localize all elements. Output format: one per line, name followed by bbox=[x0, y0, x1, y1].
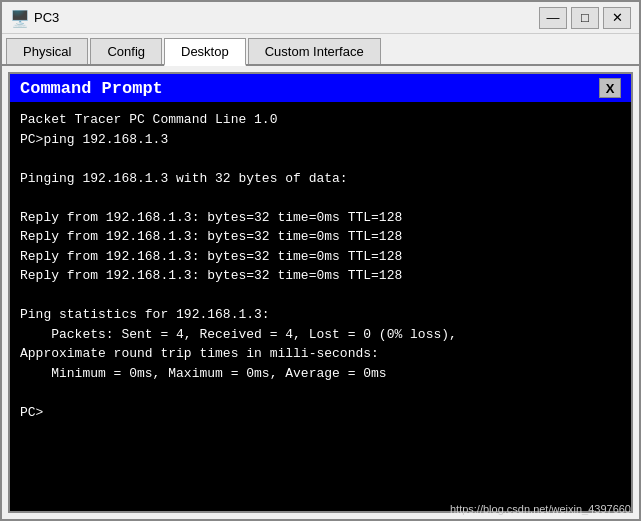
maximize-button[interactable]: □ bbox=[571, 7, 599, 29]
cmd-body[interactable]: Packet Tracer PC Command Line 1.0 PC>pin… bbox=[10, 102, 631, 511]
tab-config[interactable]: Config bbox=[90, 38, 162, 64]
tab-bar: Physical Config Desktop Custom Interface bbox=[2, 34, 639, 66]
title-bar-controls: — □ ✕ bbox=[539, 7, 631, 29]
watermark: https://blog.csdn.net/weixin_4397660 bbox=[450, 503, 631, 515]
cmd-window: Command Prompt X Packet Tracer PC Comman… bbox=[8, 72, 633, 513]
title-bar: 🖥️ PC3 — □ ✕ bbox=[2, 2, 639, 34]
window-title: PC3 bbox=[34, 10, 59, 25]
window-icon: 🖥️ bbox=[10, 9, 28, 27]
minimize-button[interactable]: — bbox=[539, 7, 567, 29]
cmd-close-button[interactable]: X bbox=[599, 78, 621, 98]
tab-desktop[interactable]: Desktop bbox=[164, 38, 246, 66]
tab-custom-interface[interactable]: Custom Interface bbox=[248, 38, 381, 64]
close-button[interactable]: ✕ bbox=[603, 7, 631, 29]
title-bar-left: 🖥️ PC3 bbox=[10, 9, 59, 27]
cmd-titlebar: Command Prompt X bbox=[10, 74, 631, 102]
tab-physical[interactable]: Physical bbox=[6, 38, 88, 64]
main-window: 🖥️ PC3 — □ ✕ Physical Config Desktop Cus… bbox=[0, 0, 641, 521]
content-area: Command Prompt X Packet Tracer PC Comman… bbox=[2, 66, 639, 519]
cmd-title: Command Prompt bbox=[20, 79, 163, 98]
